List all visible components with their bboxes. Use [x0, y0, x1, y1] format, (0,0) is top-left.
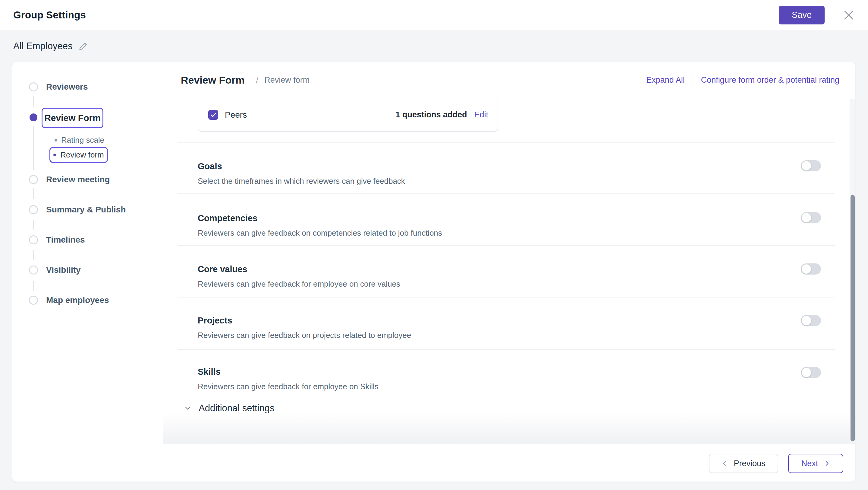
sidebar-item-review-form-label: Review Form — [44, 113, 101, 123]
toggle-knob — [801, 213, 811, 223]
section-projects: Projects Reviewers can give feedback on … — [198, 315, 710, 340]
section-goals-title: Goals — [198, 161, 710, 172]
section-competencies-title: Competencies — [198, 213, 710, 224]
close-icon[interactable] — [843, 9, 855, 21]
content-title: Review Form — [181, 74, 245, 86]
skills-toggle[interactable] — [801, 367, 821, 378]
section-projects-title: Projects — [198, 315, 710, 326]
additional-settings-label: Additional settings — [198, 403, 275, 414]
step-dot-review-form — [30, 113, 37, 121]
step-circle-map-employees — [29, 296, 38, 305]
section-divider — [178, 349, 835, 350]
top-bar-actions: Save — [779, 6, 855, 24]
edit-group-name-icon[interactable] — [79, 41, 88, 51]
section-projects-description: Reviewers can give feedback on projects … — [198, 330, 710, 340]
sidebar-item-review-meeting[interactable]: Review meeting — [46, 175, 110, 184]
chevron-left-icon — [721, 460, 728, 467]
section-skills: Skills Reviewers can give feedback for e… — [198, 366, 710, 392]
sidebar-subitem-rating-scale[interactable]: Rating scale — [61, 136, 104, 145]
goals-toggle[interactable] — [801, 160, 821, 171]
scrollbar-thumb[interactable] — [850, 195, 855, 441]
chevron-down-icon — [184, 404, 192, 412]
chevron-right-icon — [824, 460, 830, 467]
sidebar-item-summary-publish[interactable]: Summary & Publish — [46, 205, 126, 214]
stepper-connector — [33, 220, 34, 230]
section-core-values-description: Reviewers can give feedback for employee… — [198, 279, 710, 289]
peers-edit-link[interactable]: Edit — [474, 110, 488, 119]
bullet-rating-scale — [55, 139, 57, 142]
group-name: All Employees — [13, 41, 72, 52]
group-settings-panel: Reviewers Review Form Rating scale Revie… — [12, 62, 855, 482]
top-bar: Group Settings Save — [0, 0, 868, 30]
section-divider — [178, 245, 835, 246]
section-core-values-title: Core values — [198, 264, 710, 275]
sidebar-item-timelines[interactable]: Timelines — [46, 235, 85, 245]
section-goals-description: Select the timeframes in which reviewers… — [198, 176, 710, 186]
sidebar-item-visibility[interactable]: Visibility — [46, 265, 81, 275]
core-values-toggle[interactable] — [801, 263, 821, 275]
competencies-toggle[interactable] — [801, 212, 821, 223]
toggle-knob — [801, 264, 811, 274]
step-circle-visibility — [29, 265, 38, 275]
breadcrumb: Review form — [264, 76, 310, 85]
content-footer: Previous Next — [163, 443, 855, 482]
sidebar-subitem-review-form-label: Review form — [60, 150, 104, 160]
page-title: Group Settings — [13, 9, 86, 21]
sidebar-item-map-employees[interactable]: Map employees — [46, 295, 109, 305]
sidebar-divider — [163, 62, 163, 482]
peers-label: Peers — [225, 110, 247, 120]
peers-checkbox[interactable] — [208, 110, 218, 120]
group-header: All Employees — [0, 30, 868, 62]
stepper-connector — [33, 250, 34, 260]
configure-form-order-link[interactable]: Configure form order & potential rating — [701, 76, 839, 85]
scroll-fade — [163, 413, 849, 443]
section-divider — [178, 297, 835, 298]
sidebar-item-reviewers[interactable]: Reviewers — [46, 82, 88, 92]
previous-button[interactable]: Previous — [709, 454, 778, 473]
next-button-label: Next — [801, 459, 818, 468]
header-actions: Expand All Configure form order & potent… — [646, 74, 839, 87]
stepper-connector — [33, 188, 34, 199]
bullet-review-form — [53, 153, 56, 156]
previous-button-label: Previous — [734, 459, 765, 468]
peers-reviewer-card: Peers 1 questions added Edit — [198, 98, 498, 132]
stepper-connector — [33, 96, 34, 107]
section-goals: Goals Select the timeframes in which rev… — [198, 161, 710, 186]
step-circle-reviewers — [29, 82, 38, 91]
projects-toggle[interactable] — [801, 315, 821, 326]
next-button[interactable]: Next — [788, 454, 843, 473]
step-circle-timelines — [29, 235, 38, 244]
step-circle-summary-publish — [29, 205, 38, 214]
stepper-connector — [33, 126, 34, 170]
additional-settings-toggle[interactable]: Additional settings — [184, 401, 275, 416]
toggle-knob — [801, 161, 811, 171]
checkmark-icon — [210, 112, 217, 118]
section-skills-title: Skills — [198, 366, 710, 377]
toggle-knob — [801, 368, 811, 377]
questions-added-text: 1 questions added — [396, 110, 467, 119]
content-header: Review Form / Review form Expand All Con… — [163, 62, 855, 98]
stepper-connector — [33, 281, 34, 291]
section-divider — [178, 194, 835, 194]
expand-all-link[interactable]: Expand All — [646, 76, 685, 85]
save-button[interactable]: Save — [779, 6, 825, 24]
section-skills-description: Reviewers can give feedback for employee… — [198, 381, 710, 392]
section-competencies: Competencies Reviewers can give feedback… — [198, 213, 710, 238]
sidebar-item-review-form[interactable]: Review Form — [41, 108, 103, 128]
step-circle-review-meeting — [29, 175, 38, 184]
section-competencies-description: Reviewers can give feedback on competenc… — [198, 228, 710, 238]
sidebar-subitem-review-form[interactable]: Review form — [50, 147, 108, 163]
section-core-values: Core values Reviewers can give feedback … — [198, 264, 710, 289]
actions-separator — [692, 74, 693, 87]
breadcrumb-separator: / — [256, 76, 258, 85]
section-divider — [178, 142, 835, 143]
toggle-knob — [801, 316, 811, 325]
